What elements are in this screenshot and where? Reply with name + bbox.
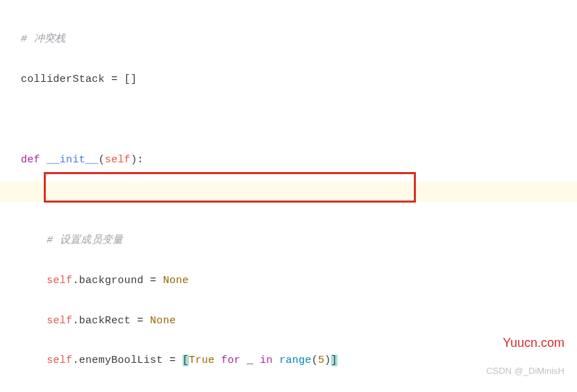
self-ref: self <box>47 315 72 327</box>
true-literal: True <box>189 355 215 366</box>
self-ref: self <box>47 355 72 366</box>
code-line: self.backRect = None <box>21 312 577 332</box>
code-line: # 冲突栈 <box>21 30 577 50</box>
self-ref: self <box>47 275 72 287</box>
keyword-for: for <box>215 355 240 366</box>
function-name: __init__ <box>47 154 98 166</box>
keyword-def: def <box>21 154 40 166</box>
keyword-in: in <box>260 355 273 366</box>
watermark-site: Yuucn.com <box>503 331 565 355</box>
code-line: colliderStack = [] <box>21 70 577 90</box>
param-self: self <box>105 154 131 166</box>
code-line: def __init__(self): <box>21 151 577 171</box>
bracket-close: ] <box>331 355 337 366</box>
builtin-range: range <box>273 355 312 366</box>
none-literal: None <box>150 315 176 327</box>
code-line: # 设置成员变量 <box>21 231 577 251</box>
code-line: self.background = None <box>21 271 577 291</box>
number-literal: 5 <box>318 355 324 366</box>
none-literal: None <box>163 275 189 287</box>
bracket-open: [ <box>183 355 189 366</box>
watermark-author: CSDN @_DiMinisH <box>486 362 565 380</box>
comment: # 设置成员变量 <box>47 235 123 246</box>
comment: # 冲突栈 <box>21 33 66 45</box>
code-block: # 冲突栈 colliderStack = [] def __init__(se… <box>0 0 577 392</box>
code-line <box>21 191 577 211</box>
statement: colliderStack = [] <box>21 74 137 85</box>
code-line <box>21 110 577 130</box>
